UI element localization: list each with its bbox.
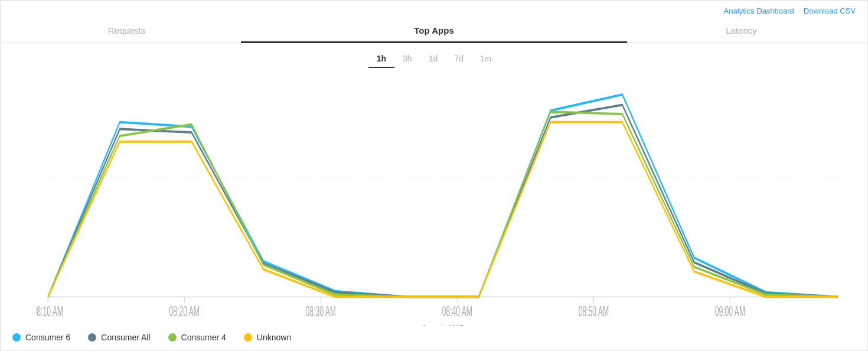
legend-label-consumer6: Consumer 6 bbox=[25, 333, 70, 342]
time-btn-1d[interactable]: 1d bbox=[420, 50, 446, 68]
tab-top-apps[interactable]: Top Apps bbox=[241, 20, 627, 43]
svg-text:08:30 AM: 08:30 AM bbox=[306, 304, 336, 319]
chart-area: 0 60 08:10 AM 08:20 AM 08:30 AM 08:40 AM… bbox=[1, 73, 867, 326]
time-btn-7d[interactable]: 7d bbox=[446, 50, 472, 68]
legend-item-consumer4: Consumer 4 bbox=[168, 333, 226, 342]
series-consumer-all bbox=[48, 105, 837, 297]
svg-text:08:40 AM: 08:40 AM bbox=[442, 304, 472, 319]
legend-dot-consumer4 bbox=[168, 333, 177, 342]
svg-text:08:50 AM: 08:50 AM bbox=[579, 304, 609, 319]
svg-text:09:00 AM: 09:00 AM bbox=[715, 304, 745, 319]
analytics-dashboard-link[interactable]: Analytics Dashboard bbox=[724, 6, 794, 15]
main-container: Analytics Dashboard Download CSV Request… bbox=[0, 0, 868, 351]
legend-item-consumer6: Consumer 6 bbox=[12, 333, 70, 342]
time-btn-3h[interactable]: 3h bbox=[394, 50, 420, 68]
time-btn-1m[interactable]: 1m bbox=[472, 50, 500, 68]
legend-dot-consumer6 bbox=[12, 333, 21, 342]
time-btn-1h[interactable]: 1h bbox=[368, 50, 394, 68]
download-csv-link[interactable]: Download CSV bbox=[804, 6, 856, 15]
svg-text:June 1, 2017: June 1, 2017 bbox=[422, 322, 464, 326]
legend-dot-unknown bbox=[244, 333, 252, 342]
legend-label-unknown: Unknown bbox=[257, 333, 291, 342]
svg-text:08:10 AM: 08:10 AM bbox=[36, 304, 63, 319]
time-range-row: 1h 3h 1d 7d 1m bbox=[1, 43, 867, 73]
legend-label-consumer-all: Consumer All bbox=[101, 333, 150, 342]
legend-dot-consumer-all bbox=[88, 333, 96, 342]
legend-label-consumer4: Consumer 4 bbox=[181, 333, 226, 342]
top-bar: Analytics Dashboard Download CSV bbox=[1, 1, 867, 19]
legend-row: Consumer 6 Consumer All Consumer 4 Unkno… bbox=[1, 326, 867, 350]
line-chart: 0 60 08:10 AM 08:20 AM 08:30 AM 08:40 AM… bbox=[36, 73, 850, 326]
tabs-row: Requests Top Apps Latency bbox=[1, 19, 867, 43]
tab-latency[interactable]: Latency bbox=[627, 20, 856, 43]
legend-item-consumer-all: Consumer All bbox=[88, 333, 150, 342]
chart-wrapper: 0 60 08:10 AM 08:20 AM 08:30 AM 08:40 AM… bbox=[36, 73, 850, 326]
svg-text:08:20 AM: 08:20 AM bbox=[169, 304, 200, 319]
series-consumer6 bbox=[48, 95, 837, 297]
legend-item-unknown: Unknown bbox=[244, 333, 291, 342]
tab-requests[interactable]: Requests bbox=[12, 20, 241, 43]
